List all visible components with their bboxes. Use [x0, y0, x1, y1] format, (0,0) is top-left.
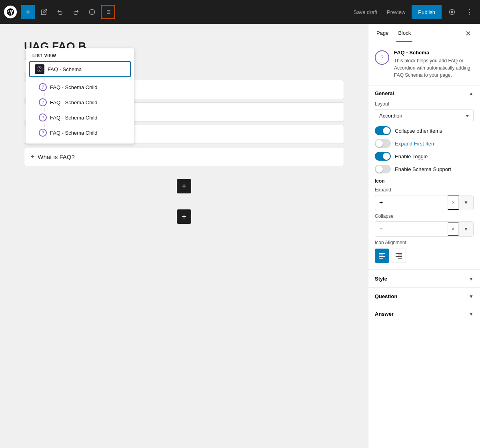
- collapse-icon-symbol: −: [379, 225, 383, 233]
- faq-text-4: What is FAQ?: [38, 153, 75, 160]
- add-inner-block-button[interactable]: +: [177, 179, 191, 193]
- general-section-title: General: [375, 90, 394, 96]
- svg-rect-14: [379, 255, 383, 255]
- question-section-title: Question: [375, 293, 397, 299]
- style-section-header[interactable]: Style ▼: [368, 270, 480, 287]
- expand-icon-preview: +: [375, 196, 448, 209]
- svg-rect-20: [398, 258, 402, 259]
- sidebar-close-button[interactable]: ✕: [462, 28, 474, 39]
- align-right-button[interactable]: [392, 249, 406, 263]
- redo-button[interactable]: [69, 5, 83, 19]
- list-view-popup: LIST VIEW FAQ - Schema ? FAQ - Schema Ch…: [26, 48, 134, 144]
- info-button[interactable]: [85, 5, 99, 19]
- collapse-icon-dropdown[interactable]: ▼: [459, 222, 473, 236]
- expand-icon-selector: + × ▼: [375, 195, 474, 210]
- child-label-2: FAQ - Schema Child: [50, 100, 98, 106]
- expand-icon-symbol: +: [379, 199, 383, 206]
- preview-button[interactable]: Preview: [384, 7, 408, 18]
- child-item-3[interactable]: ? FAQ - Schema Child: [36, 112, 134, 123]
- collapse-other-label: Collapse other items: [395, 128, 442, 134]
- child-icon-2: ?: [39, 98, 47, 106]
- editor-area: LIST VIEW FAQ - Schema ? FAQ - Schema Ch…: [0, 24, 368, 448]
- faq-plus-4: +: [31, 153, 34, 160]
- answer-section: Answer ▼: [368, 305, 480, 323]
- list-view-root-item[interactable]: FAQ - Schema: [29, 61, 131, 77]
- publish-button[interactable]: Publish: [412, 5, 442, 19]
- settings-button[interactable]: [445, 5, 459, 19]
- enable-toggle-thumb: [383, 153, 390, 160]
- collapse-other-toggle[interactable]: [375, 126, 391, 135]
- tab-block[interactable]: Block: [396, 25, 412, 42]
- general-section-header[interactable]: General ▲: [368, 86, 480, 101]
- enable-toggle-label: Enable Toggle: [395, 153, 428, 159]
- child-label-3: FAQ - Schema Child: [50, 115, 98, 121]
- faq-schema-icon: [35, 64, 44, 74]
- child-item-4[interactable]: ? FAQ - Schema Child: [36, 127, 134, 139]
- enable-toggle-toggle-row: Enable Toggle: [375, 152, 474, 161]
- icon-alignment-label: Icon Alignment: [375, 240, 474, 245]
- schema-support-toggle[interactable]: [375, 165, 391, 173]
- save-draft-button[interactable]: Save draft: [350, 7, 380, 18]
- svg-rect-15: [379, 256, 385, 257]
- schema-support-toggle-row: Enable Schema Support: [375, 165, 474, 173]
- svg-rect-16: [379, 258, 383, 259]
- tab-page[interactable]: Page: [375, 25, 390, 42]
- layout-select[interactable]: Accordion FAQ: [375, 109, 474, 122]
- list-view-button[interactable]: [101, 5, 115, 19]
- tree-line-1: [44, 78, 45, 81]
- root-item-label: FAQ - Schema: [48, 66, 82, 72]
- tree-line-4: [44, 123, 45, 127]
- svg-rect-13: [379, 253, 385, 254]
- child-label-1: FAQ - Schema Child: [50, 84, 98, 90]
- toolbar: Save draft Preview Publish ⋮: [0, 0, 480, 24]
- icon-section-label: Icon: [375, 178, 474, 184]
- block-info: ? FAQ - Schema This block helps you add …: [368, 43, 480, 86]
- general-settings-content: Layout Accordion FAQ Collapse other item…: [368, 101, 480, 269]
- schema-support-thumb: [376, 165, 383, 173]
- svg-point-10: [451, 11, 453, 13]
- list-view-children: ? FAQ - Schema Child ? FAQ - Schema Chil…: [36, 78, 134, 139]
- block-info-icon: ?: [375, 50, 389, 65]
- expand-icon-dropdown[interactable]: ▼: [459, 195, 473, 210]
- main-layout: LIST VIEW FAQ - Schema ? FAQ - Schema Ch…: [0, 24, 480, 448]
- list-view-header: LIST VIEW: [26, 48, 134, 61]
- enable-toggle-toggle[interactable]: [375, 152, 391, 161]
- child-label-4: FAQ - Schema Child: [50, 130, 98, 136]
- child-icon-1: ?: [39, 83, 47, 91]
- layout-label: Layout: [375, 101, 474, 107]
- answer-section-header[interactable]: Answer ▼: [368, 305, 480, 323]
- add-outer-block-button[interactable]: +: [177, 209, 191, 224]
- undo-button[interactable]: [53, 5, 67, 19]
- expand-first-thumb: [376, 140, 383, 147]
- collapse-icon-remove-button[interactable]: ×: [448, 222, 459, 236]
- svg-rect-17: [396, 253, 402, 254]
- more-options-button[interactable]: ⋮: [462, 5, 477, 19]
- collapse-icon-preview: −: [375, 222, 448, 236]
- answer-chevron-icon: ▼: [469, 311, 474, 317]
- general-chevron-icon: ▲: [469, 91, 474, 96]
- question-section-header[interactable]: Question ▼: [368, 288, 480, 305]
- wp-logo-circle: [4, 6, 17, 18]
- expand-first-label: Expand First Item: [395, 141, 436, 147]
- alignment-row: [375, 249, 474, 263]
- svg-rect-18: [398, 255, 402, 255]
- tree-line-2: [44, 93, 45, 96]
- expand-first-toggle[interactable]: [375, 139, 391, 148]
- style-chevron-icon: ▼: [469, 276, 474, 282]
- add-block-button[interactable]: [21, 5, 35, 19]
- question-section: Question ▼: [368, 287, 480, 305]
- svg-point-12: [39, 70, 40, 71]
- collapse-other-toggle-row: Collapse other items: [375, 126, 474, 135]
- wp-logo: [3, 5, 18, 19]
- child-item-2[interactable]: ? FAQ - Schema Child: [36, 96, 134, 108]
- expand-icon-label: Expand: [375, 187, 474, 193]
- align-left-button[interactable]: [375, 249, 389, 263]
- faq-item-4[interactable]: + What is FAQ?: [24, 147, 344, 166]
- tree-line-3: [44, 108, 45, 112]
- child-item-1[interactable]: ? FAQ - Schema Child: [36, 81, 134, 93]
- edit-button[interactable]: [37, 5, 51, 19]
- expand-icon-remove-button[interactable]: ×: [448, 195, 459, 210]
- collapse-icon-label: Collapse: [375, 213, 474, 219]
- collapse-other-thumb: [383, 127, 390, 134]
- right-sidebar: Page Block ✕ ? FAQ - Schema This block h…: [368, 24, 480, 448]
